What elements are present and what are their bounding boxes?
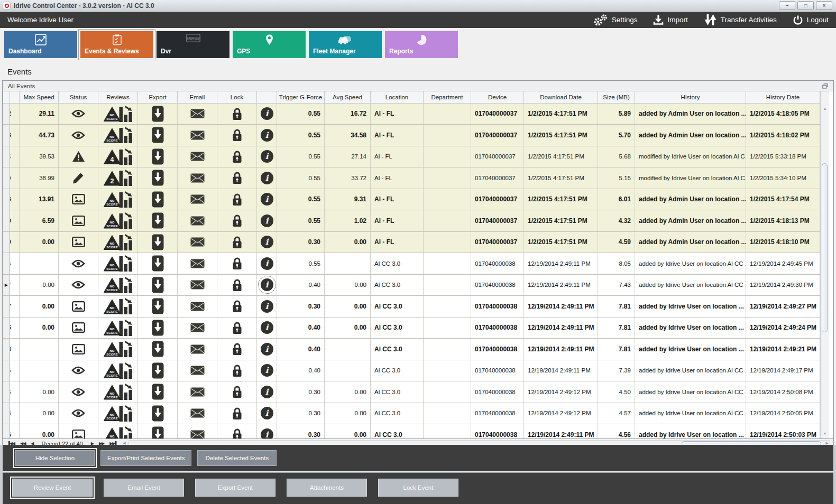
grid-header-row[interactable]: Max SpeedStatusReviewsExportEmailLockTri… <box>3 91 820 103</box>
lock-icon[interactable] <box>232 236 242 249</box>
row-selector[interactable] <box>3 317 10 339</box>
export-icon[interactable] <box>152 212 164 229</box>
email-icon[interactable] <box>190 366 205 375</box>
review-no-score-icon[interactable]: NOSCORE <box>104 426 133 438</box>
status-eye-icon[interactable] <box>71 388 85 396</box>
vertical-scrollbar[interactable]: ▲ ▼ <box>820 91 829 438</box>
lock-icon[interactable] <box>232 128 242 142</box>
email-icon[interactable] <box>190 216 205 226</box>
email-icon[interactable] <box>190 237 205 247</box>
row-selector[interactable] <box>3 231 10 253</box>
export-icon[interactable] <box>152 148 164 165</box>
info-icon[interactable]: i <box>261 428 273 438</box>
export-icon[interactable] <box>152 277 164 293</box>
tab-gps[interactable]: GPS <box>233 31 306 58</box>
review-no-score-icon[interactable]: NOSCORE <box>104 320 133 336</box>
lock-icon[interactable] <box>232 364 242 377</box>
lock-icon[interactable] <box>232 150 242 163</box>
export-icon[interactable] <box>152 405 164 422</box>
column-header-status[interactable]: Status <box>59 91 98 103</box>
info-icon[interactable]: i <box>261 364 273 377</box>
close-button[interactable]: × <box>816 1 832 10</box>
email-icon[interactable] <box>190 130 205 140</box>
column-header-lock[interactable]: Lock <box>217 91 257 103</box>
email-icon[interactable] <box>190 302 205 311</box>
lock-icon[interactable] <box>232 214 242 227</box>
import-button[interactable]: Import <box>653 14 687 25</box>
lock-icon[interactable] <box>232 407 242 420</box>
info-icon[interactable]: i <box>261 150 273 163</box>
lock-icon[interactable] <box>232 107 242 120</box>
scroll-down-icon[interactable]: ▼ <box>821 429 829 437</box>
column-header-reviews[interactable]: Reviews <box>98 91 138 103</box>
column-header-avg-speed[interactable]: Avg Speed <box>325 91 371 103</box>
review-no-score-icon[interactable]: NOSCORE <box>104 255 133 272</box>
lock-icon[interactable] <box>232 278 242 292</box>
column-header-size-mb-[interactable]: Size (MB) <box>598 91 635 103</box>
row-selector[interactable] <box>3 146 10 167</box>
export-icon[interactable] <box>152 106 164 122</box>
info-icon[interactable]: i <box>261 300 273 313</box>
column-header-export[interactable]: Export <box>138 91 178 103</box>
status-eye-icon[interactable] <box>71 366 85 375</box>
info-icon[interactable]: i <box>261 193 273 206</box>
review-no-score-icon[interactable]: NOSCORE <box>104 405 133 422</box>
event-row[interactable]: 60.00NOSCOREi0.300.00Al CC 3.00170400000… <box>3 424 820 439</box>
lock-icon[interactable] <box>232 428 242 438</box>
export-icon[interactable] <box>152 426 164 438</box>
review-no-score-icon[interactable]: NOSCORE <box>104 212 133 229</box>
status-eye-icon[interactable] <box>71 259 85 268</box>
info-icon[interactable]: i <box>261 343 273 356</box>
tab-dvr[interactable]: MERGE Dvr <box>157 31 229 58</box>
email-icon[interactable] <box>190 430 205 438</box>
email-event-button[interactable]: Email Event <box>104 479 184 497</box>
event-row[interactable]: 00.00NOSCOREi0.300.00Al - FL017040000037… <box>3 231 820 253</box>
row-selector[interactable] <box>3 125 10 146</box>
maximize-button[interactable]: □ <box>797 1 814 10</box>
status-warning-icon[interactable] <box>72 151 85 162</box>
event-row[interactable]: 439.534i0.5527.14Al - FL0170400000371/2/… <box>3 146 820 167</box>
email-icon[interactable] <box>190 323 205 332</box>
event-row[interactable]: 613.91NOSCOREi0.559.31Al - FL01704000003… <box>3 189 820 210</box>
column-header-department[interactable]: Department <box>424 91 471 103</box>
tab-dashboard[interactable]: Dashboard <box>4 31 77 58</box>
email-icon[interactable] <box>190 259 205 268</box>
status-image-icon[interactable] <box>72 237 85 247</box>
review-event-button[interactable]: Review Event <box>12 479 93 497</box>
email-icon[interactable] <box>190 387 205 397</box>
status-eye-icon[interactable] <box>71 109 85 118</box>
hide-selection-button[interactable]: Hide Selection <box>15 450 95 466</box>
email-icon[interactable] <box>190 344 205 354</box>
status-pencil-icon[interactable] <box>72 172 84 184</box>
status-image-icon[interactable] <box>72 344 85 354</box>
column-header-blank[interactable] <box>3 91 10 103</box>
column-header-blank[interactable] <box>257 91 277 103</box>
review-no-score-icon[interactable]: NOSCORE <box>104 384 133 400</box>
column-header-device[interactable]: Device <box>471 91 524 103</box>
info-icon[interactable]: i <box>261 107 273 120</box>
export-icon[interactable] <box>152 191 164 208</box>
row-selector[interactable] <box>3 189 10 210</box>
column-header-location[interactable]: Location <box>371 91 424 103</box>
row-selector[interactable] <box>3 360 10 381</box>
info-icon[interactable]: i <box>261 407 273 419</box>
export-event-button[interactable]: Export Event <box>195 479 275 497</box>
email-icon[interactable] <box>190 152 205 161</box>
row-selector[interactable] <box>3 339 10 360</box>
tab-events-reviews[interactable]: Events & Reviews <box>80 31 153 58</box>
status-image-icon[interactable] <box>72 216 85 226</box>
settings-button[interactable]: Settings <box>592 14 638 26</box>
event-row[interactable]: 06.59NOSCOREi0.551.02Al - FL017040000037… <box>3 210 820 232</box>
review-no-score-icon[interactable]: NOSCORE <box>104 362 133 379</box>
vertical-scroll-thumb[interactable] <box>822 163 828 332</box>
attachments-button[interactable]: Attachments <box>287 479 367 497</box>
lock-event-button[interactable]: Lock Event <box>378 479 458 497</box>
review-score-4-icon[interactable]: 4 <box>104 148 133 165</box>
info-icon[interactable]: i <box>261 129 273 142</box>
export-icon[interactable] <box>152 170 164 186</box>
row-selector[interactable] <box>3 253 10 275</box>
export-icon[interactable] <box>152 384 164 400</box>
panel-restore-icon[interactable] <box>822 83 828 89</box>
info-icon[interactable]: i <box>261 172 273 184</box>
lock-icon[interactable] <box>232 171 242 184</box>
